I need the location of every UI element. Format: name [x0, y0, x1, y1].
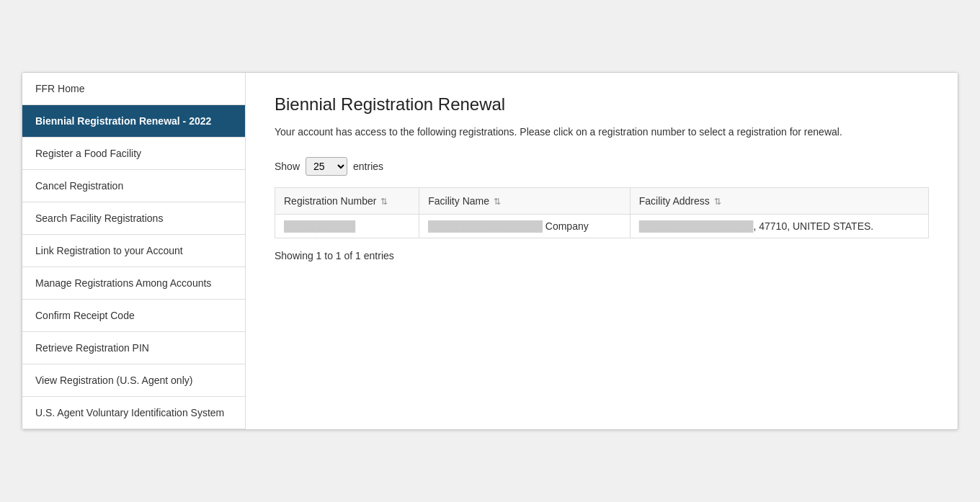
app-container: FFR HomeBiennial Registration Renewal - … — [22, 72, 958, 430]
sidebar-item-manage-registrations[interactable]: Manage Registrations Among Accounts — [22, 267, 245, 300]
sort-icon-facility-address[interactable]: ⇅ — [714, 197, 721, 207]
cell-reg-number[interactable]: ██████████ — [275, 215, 419, 238]
sidebar-item-confirm-receipt[interactable]: Confirm Receipt Code — [22, 300, 245, 332]
show-label: Show — [275, 161, 300, 172]
table-row[interactable]: ██████████████████████████ Company██████… — [275, 215, 929, 238]
main-content: Biennial Registration Renewal Your accou… — [246, 73, 958, 429]
col-facility-name[interactable]: Facility Name⇅ — [419, 188, 631, 215]
entries-label: entries — [353, 161, 383, 172]
sidebar-item-register-food-facility[interactable]: Register a Food Facility — [22, 138, 245, 170]
sidebar-item-view-registration[interactable]: View Registration (U.S. Agent only) — [22, 364, 245, 397]
entries-select[interactable]: 102550100 — [306, 157, 347, 176]
sort-icon-facility-name[interactable]: ⇅ — [494, 197, 501, 207]
table-header-row: Registration Number⇅Facility Name⇅Facili… — [275, 188, 929, 215]
sidebar-item-us-agent-id[interactable]: U.S. Agent Voluntary Identification Syst… — [22, 397, 245, 429]
registrations-table: Registration Number⇅Facility Name⇅Facili… — [275, 187, 929, 238]
sidebar-item-cancel-registration[interactable]: Cancel Registration — [22, 170, 245, 202]
col-reg-number[interactable]: Registration Number⇅ — [275, 188, 419, 215]
sort-icon-reg-number[interactable]: ⇅ — [380, 197, 388, 207]
sidebar: FFR HomeBiennial Registration Renewal - … — [22, 73, 246, 429]
sidebar-item-link-registration[interactable]: Link Registration to your Account — [22, 235, 245, 267]
table-body: ██████████████████████████ Company██████… — [275, 215, 929, 238]
cell-facility-address: ████████████████, 47710, UNITED STATES. — [630, 215, 928, 238]
show-entries-row: Show 102550100 entries — [275, 157, 929, 176]
table-header: Registration Number⇅Facility Name⇅Facili… — [275, 188, 929, 215]
sidebar-item-ffr-home[interactable]: FFR Home — [22, 73, 245, 105]
cell-facility-name: ████████████████ Company — [419, 215, 631, 238]
page-title: Biennial Registration Renewal — [275, 94, 929, 115]
sidebar-item-biennial-renewal[interactable]: Biennial Registration Renewal - 2022 — [22, 105, 245, 138]
sidebar-item-search-facility[interactable]: Search Facility Registrations — [22, 202, 245, 235]
col-facility-address[interactable]: Facility Address⇅ — [630, 188, 928, 215]
showing-text: Showing 1 to 1 of 1 entries — [275, 250, 929, 261]
sidebar-item-retrieve-pin[interactable]: Retrieve Registration PIN — [22, 332, 245, 364]
page-description: Your account has access to the following… — [275, 125, 929, 140]
